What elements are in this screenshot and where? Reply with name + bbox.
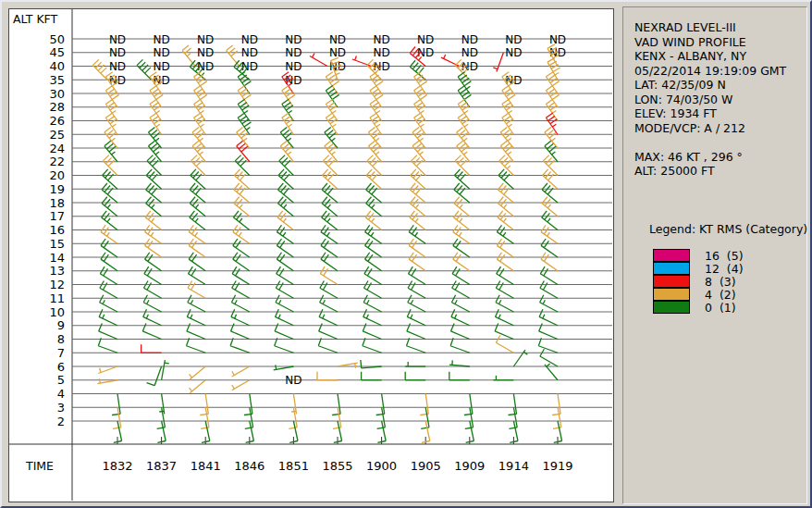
wind-barb-plot: ALT KFTTIME50454035302826252422201918171… (9, 9, 613, 502)
nd-marker: ND (285, 33, 301, 46)
alt-tick-label: 20 (49, 168, 65, 182)
wind-barb (407, 338, 426, 353)
legend-title: Legend: KT RMS (Category) (649, 222, 806, 237)
info-line-3: 05/22/2014 19:19:09 GMT (634, 64, 806, 79)
wind-barb (405, 362, 425, 366)
wind-barb (449, 360, 470, 366)
alt-tick-label: 26 (49, 114, 65, 128)
info-line-1: VAD WIND PROFILE (634, 35, 806, 50)
legend-swatch-icon (653, 288, 690, 301)
info-line-0: NEXRAD LEVEL-III (634, 20, 806, 35)
wind-barb (190, 366, 206, 379)
alt-tick-label: 2 (57, 415, 65, 428)
alt-tick-label: 28 (49, 100, 65, 114)
alt-tick-label: 15 (49, 237, 65, 251)
time-tick-label: 1855 (322, 459, 352, 473)
alt-tick-label: 10 (49, 305, 65, 319)
wind-barb (449, 372, 470, 380)
wind-barb (376, 394, 385, 415)
wind-barb (493, 376, 513, 380)
wind-barb (317, 372, 338, 380)
nd-marker: ND (373, 46, 389, 59)
alt-tick-label: 18 (49, 196, 65, 210)
info-line-4: LAT: 42/35/09 N (634, 78, 806, 93)
wind-barb (244, 394, 252, 415)
time-tick-label: 1837 (146, 459, 177, 473)
nd-marker: ND (461, 46, 478, 59)
wind-barb (420, 394, 428, 415)
legend-swatch-icon (653, 249, 690, 262)
legend-item: 4 (2) (653, 289, 806, 302)
wind-barb (450, 338, 470, 353)
info-line-9: MAX: 46 KT , 296 ° (634, 150, 806, 165)
nd-marker: ND (461, 33, 478, 46)
legend-label: 0 (1) (690, 301, 736, 316)
alt-tick-label: 40 (49, 59, 65, 73)
wind-barb (513, 350, 527, 366)
info-line-7: MODE/VCP: A / 212 (634, 121, 806, 136)
alt-tick-label: 25 (49, 128, 65, 142)
nd-marker: ND (153, 60, 169, 73)
time-tick-label: 1914 (498, 459, 529, 473)
legend-item: 0 (1) (653, 302, 806, 315)
alt-axis-label: ALT KFT (13, 12, 58, 26)
alt-tick-label: 19 (49, 182, 65, 196)
nd-marker: ND (241, 33, 258, 46)
app-window: ALT KFTTIME50454035302826252422201918171… (0, 0, 812, 508)
wind-barb (405, 372, 425, 380)
time-tick-label: 1909 (454, 459, 485, 473)
nd-marker: ND (153, 33, 169, 46)
time-tick-label: 1841 (191, 459, 221, 473)
alt-tick-label: 3 (57, 401, 65, 415)
nd-marker: ND (549, 33, 566, 46)
nd-marker: ND (109, 60, 126, 73)
wind-barb (187, 338, 206, 353)
nd-marker: ND (505, 33, 522, 46)
wind-barb (338, 363, 358, 367)
nd-marker: ND (197, 33, 214, 46)
info-line-2: KENX - ALBANY, NY (634, 49, 806, 64)
legend-item: 8 (3) (653, 276, 806, 289)
wind-barb (232, 380, 250, 390)
alt-tick-label: 35 (49, 73, 65, 87)
nd-marker: ND (153, 46, 169, 59)
nd-marker: ND (109, 46, 126, 59)
alt-tick-label: 9 (57, 318, 65, 332)
vad-wind-profile-chart: ALT KFTTIME50454035302826252422201918171… (8, 8, 614, 502)
wind-barb (97, 378, 117, 383)
nd-marker: ND (285, 46, 301, 59)
legend-swatch-icon (653, 262, 690, 275)
wind-barb (538, 338, 558, 353)
legend: 16 (5)12 (4)8 (3)4 (2)0 (1) (653, 250, 806, 315)
wind-barb (141, 344, 162, 353)
nd-marker: ND (241, 46, 258, 59)
legend-item: 12 (4) (653, 263, 806, 276)
alt-tick-label: 7 (57, 346, 65, 360)
nd-marker: ND (505, 46, 522, 59)
info-panel: NEXRAD LEVEL-IIIVAD WIND PROFILEKENX - A… (622, 6, 807, 504)
wind-barb (410, 60, 425, 80)
wind-barb (230, 338, 250, 353)
alt-tick-label: 50 (49, 32, 65, 46)
alt-tick-label: 8 (57, 332, 65, 346)
alt-tick-label: 14 (49, 251, 65, 265)
wind-barb (190, 380, 206, 393)
time-axis-label: TIME (25, 459, 54, 473)
wind-barb (162, 360, 169, 380)
legend-swatch-icon (653, 301, 690, 314)
wind-barb (493, 53, 503, 72)
alt-tick-label: 4 (57, 387, 65, 401)
wind-barb (274, 365, 294, 369)
alt-tick-label: 45 (49, 45, 65, 59)
nd-marker: ND (373, 33, 389, 46)
alt-tick-label: 22 (49, 155, 65, 168)
wind-barb (547, 58, 560, 81)
alt-tick-label: 13 (49, 264, 65, 278)
wind-barb (98, 338, 117, 353)
wind-barb (200, 394, 208, 415)
wind-barb (310, 54, 327, 67)
wind-barb (98, 366, 117, 374)
wind-barb (275, 338, 294, 353)
time-tick-label: 1851 (278, 459, 309, 473)
wind-barb (509, 394, 517, 415)
